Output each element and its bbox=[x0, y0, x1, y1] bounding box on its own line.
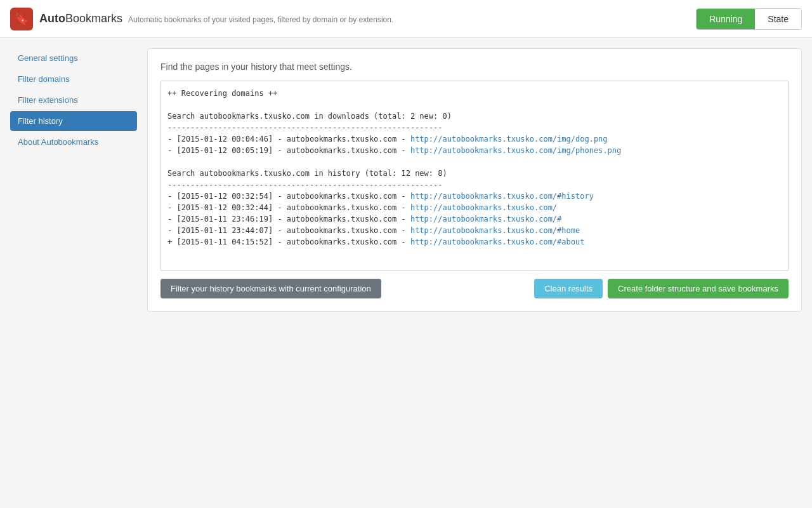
log-line: - [2015-01-11 23:44:07] - autobookmarks.… bbox=[167, 225, 782, 236]
filter-history-button[interactable]: Filter your history bookmarks with curre… bbox=[160, 279, 381, 298]
sidebar-item-filter-extensions[interactable]: Filter extensions bbox=[10, 90, 137, 110]
log-line: Search autobookmarks.txusko.com in downl… bbox=[167, 110, 782, 122]
log-line: - [2015-01-12 00:04:46] - autobookmarks.… bbox=[167, 133, 782, 145]
log-link[interactable]: http://autobookmarks.txusko.com/# bbox=[410, 215, 561, 224]
app-name-rest: Bookmarks bbox=[65, 12, 122, 25]
running-button[interactable]: Running bbox=[697, 9, 755, 29]
main-layout: General settings Filter domains Filter e… bbox=[0, 38, 812, 322]
app-title: AutoBookmarks bbox=[39, 12, 126, 25]
log-link[interactable]: http://autobookmarks.txusko.com/ bbox=[410, 203, 557, 212]
log-link[interactable]: http://autobookmarks.txusko.com/#home bbox=[410, 226, 580, 235]
app-subtitle: Automatic bookmarks of your visited page… bbox=[128, 15, 393, 24]
actions-right: Clean results Create folder structure an… bbox=[534, 279, 789, 298]
log-line: ----------------------------------------… bbox=[167, 179, 782, 190]
log-link[interactable]: http://autobookmarks.txusko.com/#about bbox=[410, 237, 585, 246]
actions-row: Filter your history bookmarks with curre… bbox=[160, 279, 789, 298]
log-line: - [2015-01-12 00:32:44] - autobookmarks.… bbox=[167, 202, 782, 213]
create-folder-button[interactable]: Create folder structure and save bookmar… bbox=[608, 279, 789, 298]
log-link[interactable]: http://autobookmarks.txusko.com/#history bbox=[410, 192, 594, 201]
log-area[interactable]: ++ Recovering domains ++ Search autobook… bbox=[160, 81, 789, 271]
header-left: 🔖 AutoBookmarks Automatic bookmarks of y… bbox=[10, 8, 393, 30]
state-button[interactable]: State bbox=[755, 9, 801, 29]
log-line bbox=[167, 99, 782, 110]
content-panel: Find the pages in your history that meet… bbox=[147, 48, 802, 312]
sidebar-item-general-settings[interactable]: General settings bbox=[10, 48, 137, 68]
sidebar: General settings Filter domains Filter e… bbox=[10, 48, 137, 312]
app-name-wrapper: AutoBookmarks Automatic bookmarks of you… bbox=[39, 12, 393, 25]
log-line: Search autobookmarks.txusko.com in histo… bbox=[167, 168, 782, 179]
log-link[interactable]: http://autobookmarks.txusko.com/img/dog.… bbox=[410, 135, 608, 144]
log-link[interactable]: http://autobookmarks.txusko.com/img/phon… bbox=[410, 146, 621, 155]
log-line: - [2015-01-12 00:32:54] - autobookmarks.… bbox=[167, 190, 782, 202]
log-line bbox=[167, 156, 782, 168]
log-line: ++ Recovering domains ++ bbox=[167, 88, 782, 99]
log-line: ----------------------------------------… bbox=[167, 122, 782, 133]
app-header: 🔖 AutoBookmarks Automatic bookmarks of y… bbox=[0, 0, 812, 38]
log-line: - [2015-01-12 00:05:19] - autobookmarks.… bbox=[167, 145, 782, 156]
log-line: - [2015-01-11 23:46:19] - autobookmarks.… bbox=[167, 213, 782, 225]
app-logo: 🔖 bbox=[10, 8, 33, 30]
log-line: + [2015-01-11 04:15:52] - autobookmarks.… bbox=[167, 236, 782, 248]
sidebar-item-about-autobookmarks[interactable]: About Autobookmarks bbox=[10, 132, 137, 152]
clean-results-button[interactable]: Clean results bbox=[534, 279, 603, 298]
content-title: Find the pages in your history that meet… bbox=[160, 62, 789, 72]
sidebar-item-filter-domains[interactable]: Filter domains bbox=[10, 69, 137, 89]
sidebar-item-filter-history[interactable]: Filter history bbox=[10, 111, 137, 131]
header-right-controls: Running State bbox=[696, 8, 802, 30]
app-name-bold: Auto bbox=[39, 12, 65, 25]
